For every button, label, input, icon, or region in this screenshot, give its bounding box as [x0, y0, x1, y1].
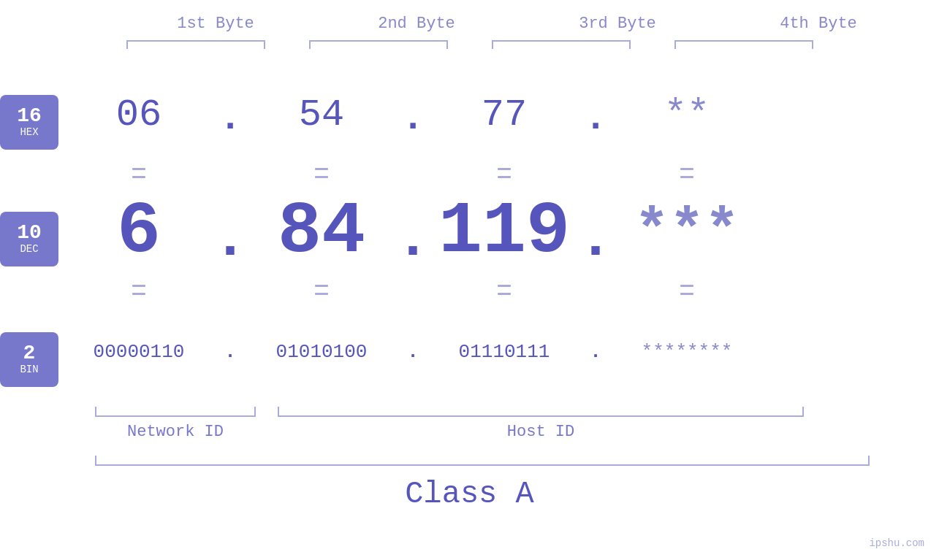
hex-row: 06 . 54 . 77 . ** — [58, 71, 939, 158]
dot-dec-3: . — [585, 206, 607, 272]
bottom-brackets — [95, 407, 939, 417]
bottom-section: Network ID Host ID Class A — [0, 407, 939, 512]
dec-cell-2: 84 — [241, 191, 402, 273]
hex-cell-2: 54 — [241, 93, 402, 137]
hex-cell-4: ** — [607, 93, 767, 137]
byte-header-3: 3rd Byte — [537, 15, 698, 33]
dot-hex-2: . — [402, 97, 424, 140]
top-bracket-2 — [298, 40, 459, 49]
dot-hex-3: . — [585, 97, 607, 140]
dec-cell-1: 6 — [58, 191, 219, 273]
equals-row-1 — [58, 158, 939, 188]
dot-dec-1: . — [219, 206, 241, 272]
hex-cell-3: 77 — [424, 93, 585, 137]
host-id-bracket — [278, 407, 804, 417]
class-bracket — [95, 456, 870, 466]
byte-header-4: 4th Byte — [738, 15, 899, 33]
equals-row-2 — [58, 275, 939, 304]
host-id-label: Host ID — [278, 423, 804, 441]
bin-cell-1: 00000110 — [58, 341, 219, 363]
dot-bin-3: . — [585, 341, 607, 363]
hex-cell-1: 06 — [58, 93, 219, 137]
byte-header-2: 2nd Byte — [336, 15, 497, 33]
byte-headers-row: 1st Byte 2nd Byte 3rd Byte 4th Byte — [115, 15, 919, 33]
content-area: 16 HEX 10 DEC 2 BIN — [0, 71, 939, 407]
dot-hex-1: . — [219, 97, 241, 140]
dot-bin-2: . — [402, 341, 424, 363]
class-label: Class A — [0, 477, 939, 512]
network-id-label: Network ID — [95, 423, 256, 441]
watermark: ipshu.com — [869, 537, 924, 549]
main-container: 1st Byte 2nd Byte 3rd Byte 4th Byte 16 — [0, 0, 939, 560]
bin-cell-3: 01110111 — [424, 341, 585, 363]
dot-bin-1: . — [219, 341, 241, 363]
byte-header-1: 1st Byte — [135, 15, 296, 33]
dot-dec-2: . — [402, 206, 424, 272]
dec-cell-4: *** — [607, 199, 767, 265]
dec-badge-wrapper: 10 DEC — [0, 195, 58, 283]
top-bracket-1 — [115, 40, 276, 49]
id-labels-row: Network ID Host ID — [95, 423, 939, 441]
bin-badge: 2 BIN — [0, 332, 58, 387]
top-bracket-4 — [664, 40, 824, 49]
base-labels-col: 16 HEX 10 DEC 2 BIN — [0, 71, 58, 407]
dec-row: 6 . 84 . 119 . *** — [58, 188, 939, 275]
data-grid: 06 . 54 . 77 . ** — [58, 71, 939, 399]
hex-badge: 16 HEX — [0, 95, 58, 150]
network-id-bracket — [95, 407, 256, 417]
top-bracket-3 — [481, 40, 642, 49]
dec-badge: 10 DEC — [0, 212, 58, 266]
bin-badge-wrapper: 2 BIN — [0, 312, 58, 407]
dec-cell-3: 119 — [424, 191, 585, 273]
bin-row: 00000110 . 01010100 . 01110111 . *******… — [58, 304, 939, 399]
bin-cell-4: ******** — [607, 341, 767, 363]
hex-badge-wrapper: 16 HEX — [0, 78, 58, 166]
top-brackets — [115, 40, 919, 49]
bin-cell-2: 01010100 — [241, 341, 402, 363]
